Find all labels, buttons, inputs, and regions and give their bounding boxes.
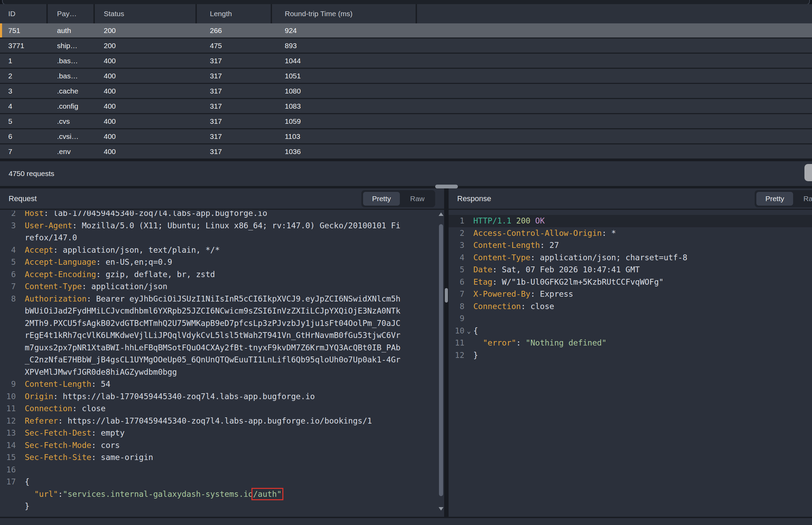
cell-rtt: 1083 bbox=[272, 99, 812, 113]
vertical-split-handle[interactable] bbox=[445, 288, 448, 303]
code-line: 9Content-Length: 54 bbox=[0, 378, 444, 391]
gutter-space bbox=[464, 288, 473, 300]
request-raw-button[interactable]: Raw bbox=[401, 192, 433, 206]
cell-status: 200 bbox=[95, 39, 197, 53]
request-scrollbar[interactable] bbox=[439, 212, 443, 511]
cell-rtt: 1051 bbox=[272, 69, 812, 83]
requests-table[interactable]: 751auth2002669243771ship…2004758931.bas…… bbox=[0, 23, 812, 160]
scrollbar-thumb[interactable] bbox=[439, 224, 443, 496]
cell-payload: .bas… bbox=[48, 69, 95, 83]
code-line: 5Accept-Language: en-US,en;q=0.9 bbox=[0, 256, 444, 269]
code-line: 5Date: Sat, 07 Feb 2026 10:47:41 GMT bbox=[449, 264, 812, 276]
code-line: 6Etag: W/"1b-Ul0GFKG2lm+5KzbRUtCCFvqWOFg… bbox=[449, 276, 812, 288]
code-text: Connection: close bbox=[473, 300, 554, 313]
code-line: 12Referer: https://lab-1770459445340-zoq… bbox=[0, 415, 444, 427]
code-segment bbox=[530, 216, 535, 225]
gutter-space bbox=[16, 451, 25, 464]
line-number: 2 bbox=[449, 227, 464, 240]
scroll-up-arrow-icon[interactable] bbox=[439, 212, 443, 216]
code-segment: : bbox=[516, 338, 526, 347]
response-panel-title: Response bbox=[457, 194, 491, 203]
column-header-rtt[interactable]: Round-trip Time (ms) bbox=[272, 4, 417, 23]
code-segment bbox=[25, 490, 34, 499]
cell-rtt: 1059 bbox=[272, 114, 812, 128]
cell-rtt: 924 bbox=[272, 23, 812, 37]
gutter-space bbox=[16, 220, 25, 232]
code-line: 4Content-Type: application/json; charset… bbox=[449, 252, 812, 264]
gutter-space bbox=[16, 403, 25, 415]
gutter-space bbox=[464, 227, 473, 240]
code-line: 7Content-Type: application/json bbox=[0, 281, 444, 293]
code-segment: User-Agent bbox=[25, 221, 72, 230]
gutter-space bbox=[16, 305, 25, 317]
code-line: 14Sec-Fetch-Mode: cors bbox=[0, 439, 444, 452]
code-segment: { bbox=[25, 477, 30, 486]
column-header-payload[interactable]: Pay… bbox=[48, 4, 95, 23]
code-segment: : close bbox=[521, 302, 554, 311]
table-row[interactable]: 3771ship…200475893 bbox=[0, 39, 812, 54]
table-row[interactable]: 6.cvsi…4003171103 bbox=[0, 129, 812, 144]
request-panel-header: Request Pretty Raw bbox=[0, 188, 444, 210]
column-header-length[interactable]: Length bbox=[197, 4, 272, 23]
table-row[interactable]: 7.env4003171036 bbox=[0, 144, 812, 160]
code-text: "url":"services.internal-galaxydash-syst… bbox=[25, 488, 282, 501]
code-segment: Sec-Fetch-Dest bbox=[25, 428, 91, 437]
cell-length: 317 bbox=[197, 84, 272, 98]
code-segment: Connection bbox=[473, 302, 521, 311]
line-number: 2 bbox=[0, 211, 16, 220]
table-row[interactable]: 4.config4003171083 bbox=[0, 99, 812, 114]
response-raw-button[interactable]: Raw bbox=[794, 192, 812, 206]
gutter-space bbox=[16, 293, 25, 305]
cell-status: 400 bbox=[95, 54, 197, 68]
fold-chevron-icon[interactable]: ⌄ bbox=[464, 325, 473, 337]
code-segment: "services.internal-galaxydash-systems.io bbox=[63, 490, 253, 499]
code-segment: HTTP/1.1 bbox=[473, 216, 511, 225]
column-header-status[interactable]: Status bbox=[95, 4, 197, 23]
code-segment: : 54 bbox=[91, 380, 110, 389]
scroll-to-top-button[interactable] bbox=[804, 164, 812, 181]
code-line: 8Connection: close bbox=[449, 300, 812, 313]
scroll-down-arrow-icon[interactable] bbox=[439, 507, 443, 511]
line-number bbox=[0, 500, 16, 513]
code-line: 11 "error": "Nothing defined" bbox=[449, 337, 812, 349]
request-code-content[interactable]: 2Host: lab-1770459445340-zoq7l4.labs-app… bbox=[0, 211, 444, 517]
requests-count: 4750 requests bbox=[0, 169, 54, 178]
response-panel: Response Pretty Raw 1HTTP/1.1 200 OK2Acc… bbox=[449, 188, 812, 517]
table-row[interactable]: 5.cvs4003171059 bbox=[0, 114, 812, 129]
code-line: 6Accept-Encoding: gzip, deflate, br, zst… bbox=[0, 269, 444, 281]
code-segment: rEgE4t1kRh7qcVlK6LMKdweVjlLiJPQqlVdykCvL… bbox=[25, 331, 401, 340]
gutter-space bbox=[464, 252, 473, 264]
code-segment: : W/"1b-Ul0GFKG2lm+5KzbRUtCCFvqWOFg" bbox=[492, 277, 664, 286]
table-row[interactable]: 3.cache4003171080 bbox=[0, 84, 812, 99]
cell-length: 317 bbox=[197, 129, 272, 143]
code-segment: Authorization bbox=[25, 294, 87, 303]
horizontal-split-handle[interactable] bbox=[435, 185, 458, 188]
gutter-space bbox=[16, 366, 25, 379]
table-row[interactable]: 1.bas…4003171044 bbox=[0, 54, 812, 69]
line-number: 9 bbox=[0, 378, 16, 391]
line-number: 6 bbox=[449, 276, 464, 288]
cell-id: 1 bbox=[0, 54, 48, 68]
panel-splitter[interactable] bbox=[444, 188, 449, 517]
request-pretty-button[interactable]: Pretty bbox=[363, 192, 400, 206]
code-segment: Content-Length bbox=[473, 241, 540, 250]
response-code-content[interactable]: 1HTTP/1.1 200 OK2Access-Control-Allow-Or… bbox=[449, 211, 812, 517]
response-pretty-button[interactable]: Pretty bbox=[756, 192, 793, 206]
code-line: 10Origin: https://lab-1770459445340-zoq7… bbox=[0, 391, 444, 403]
code-segment: Date bbox=[473, 265, 492, 274]
table-row[interactable]: 2.bas…4003171051 bbox=[0, 69, 812, 84]
code-text: Referer: https://lab-1770459445340-zoq7l… bbox=[25, 415, 372, 427]
code-segment: : empty bbox=[91, 428, 125, 437]
code-segment: Connection bbox=[25, 404, 72, 413]
line-number: 3 bbox=[449, 239, 464, 252]
code-text: User-Agent: Mozilla/5.0 (X11; Ubuntu; Li… bbox=[25, 220, 401, 232]
code-segment: "url" bbox=[34, 490, 58, 499]
table-row[interactable]: 751auth200266924 bbox=[0, 23, 812, 39]
line-number: 4 bbox=[449, 252, 464, 264]
gutter-space bbox=[16, 476, 25, 488]
cell-length: 317 bbox=[197, 99, 272, 113]
code-segment: "error" bbox=[483, 338, 516, 347]
column-header-id[interactable]: ID bbox=[0, 4, 48, 23]
highlighted-token: /auth" bbox=[253, 490, 282, 499]
code-text: Accept: application/json, text/plain, */… bbox=[25, 244, 220, 256]
